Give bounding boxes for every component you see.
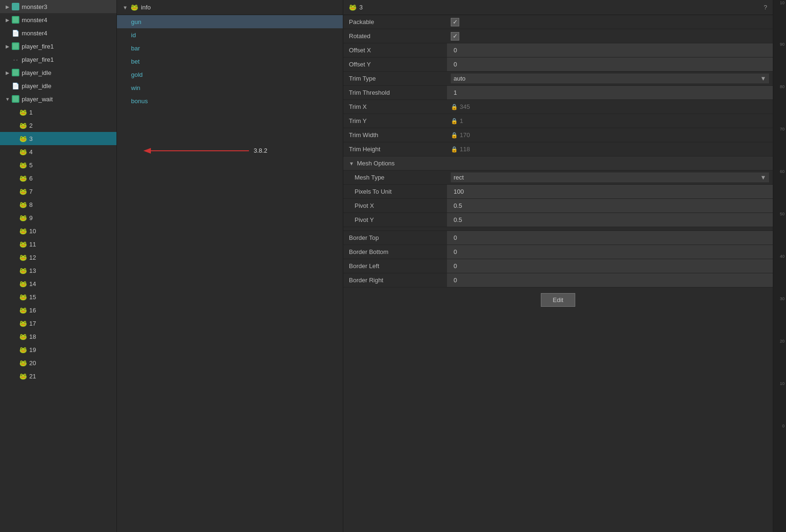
packable-row: Packable <box>343 15 773 29</box>
trim-threshold-input[interactable]: 1 <box>451 88 769 98</box>
ruler-mark-40: 40 <box>780 254 786 259</box>
middle-item-bonus[interactable]: bonus <box>117 94 343 107</box>
tree-item-n4[interactable]: 🐸4 <box>0 145 116 158</box>
tree-item-n21[interactable]: 🐸21 <box>0 369 116 383</box>
tree-arrow <box>11 293 19 301</box>
pivot-y-row: Pivot Y 0.5 <box>343 213 773 227</box>
trim-type-select[interactable]: auto ▼ <box>451 74 769 83</box>
tree-label: player_fire1 <box>22 43 54 50</box>
tree-item-n11[interactable]: 🐸11 <box>0 237 116 251</box>
trim-width-value: 🔒 170 <box>447 130 773 140</box>
rotated-checkbox[interactable] <box>451 32 459 41</box>
tree-arrow <box>11 372 19 380</box>
trim-height-lock: 🔒 <box>451 146 458 153</box>
tree-item-n14[interactable]: 🐸14 <box>0 277 116 290</box>
trim-threshold-value: 1 <box>447 86 773 99</box>
border-top-input[interactable]: 0 <box>451 233 769 243</box>
pivot-x-input[interactable]: 0.5 <box>451 201 769 211</box>
tree-item-monster4b[interactable]: 📄monster4 <box>0 26 116 40</box>
mesh-type-text: rect <box>454 174 464 181</box>
middle-item-win[interactable]: win <box>117 81 343 94</box>
tree-item-player_idle_b[interactable]: 📄player_idle <box>0 79 116 92</box>
middle-item-id[interactable]: id <box>117 28 343 41</box>
tree-item-n1[interactable]: 🐸1 <box>0 106 116 119</box>
tree-item-n2[interactable]: 🐸2 <box>0 119 116 132</box>
offset-y-input[interactable]: 0 <box>451 59 769 69</box>
border-bottom-input[interactable]: 0 <box>451 247 769 257</box>
tree-icon: 🐸 <box>19 372 27 380</box>
tree-label: player_idle <box>22 82 51 90</box>
annotation: 3.8.2 旋转没有问题 <box>126 132 268 170</box>
trim-y-value: 🔒 1 <box>447 115 773 126</box>
tree-arrow <box>11 359 19 367</box>
offset-x-input[interactable]: 0 <box>451 45 769 55</box>
tree-item-n5[interactable]: 🐸5 <box>0 158 116 172</box>
tree-item-n10[interactable]: 🐸10 <box>0 224 116 237</box>
trim-y-row: Trim Y 🔒 1 <box>343 114 773 128</box>
help-icon[interactable]: ? <box>764 4 767 11</box>
tree-icon: 🐸 <box>19 240 27 248</box>
packable-value <box>447 16 773 28</box>
tree-arrow <box>11 135 19 142</box>
tree-item-n20[interactable]: 🐸20 <box>0 356 116 369</box>
tree-icon: 🐸 <box>19 319 27 327</box>
mesh-type-value: rect ▼ <box>447 171 773 184</box>
packable-checkbox[interactable] <box>451 18 459 26</box>
tree-item-n18[interactable]: 🐸18 <box>0 330 116 343</box>
tree-item-n6[interactable]: 🐸6 <box>0 172 116 185</box>
rotated-row: Rotated <box>343 29 773 43</box>
tree-item-n17[interactable]: 🐸17 <box>0 317 116 330</box>
tree-label: player_wait <box>22 96 53 103</box>
tree-item-n9[interactable]: 🐸9 <box>0 211 116 224</box>
tree-item-monster4a[interactable]: ▶monster4 <box>0 13 116 26</box>
tree-item-n13[interactable]: 🐸13 <box>0 264 116 277</box>
middle-item-gun[interactable]: gun <box>117 15 343 28</box>
pixels-to-unit-input[interactable]: 100 <box>451 187 769 196</box>
tree-icon: 🐸 <box>19 161 27 169</box>
tree-item-player_idle_a[interactable]: ▶player_idle <box>0 66 116 79</box>
trim-threshold-label: Trim Threshold <box>343 86 447 99</box>
border-right-input[interactable]: 0 <box>451 275 769 285</box>
tree-icon: 🐸 <box>19 253 27 262</box>
tree-label: monster4 <box>22 30 47 37</box>
tree-item-n16[interactable]: 🐸16 <box>0 303 116 317</box>
trim-type-label: Trim Type <box>343 72 447 85</box>
tree-label: 1 <box>29 109 33 116</box>
edit-button[interactable]: Edit <box>541 293 575 307</box>
tree-item-player_fire1a[interactable]: ▶player_fire1 <box>0 40 116 53</box>
mesh-options-section[interactable]: ▼ Mesh Options <box>343 156 773 171</box>
tree-item-monster3[interactable]: ▶monster3 <box>0 0 116 13</box>
tree-arrow <box>11 267 19 274</box>
trim-x-row: Trim X 🔒 345 <box>343 100 773 114</box>
tree-icon: 🐸 <box>19 293 27 301</box>
tree-arrow <box>4 56 11 63</box>
trim-y-text: 1 <box>460 117 463 124</box>
border-left-input[interactable]: 0 <box>451 261 769 271</box>
tree-item-n12[interactable]: 🐸12 <box>0 251 116 264</box>
tree-item-n3[interactable]: 🐸3 <box>0 132 116 145</box>
tree-item-n8[interactable]: 🐸8 <box>0 198 116 211</box>
tree-item-n7[interactable]: 🐸7 <box>0 185 116 198</box>
tree-item-n19[interactable]: 🐸19 <box>0 343 116 356</box>
tree-item-n15[interactable]: 🐸15 <box>0 290 116 303</box>
tree-icon: 🐸 <box>19 279 27 288</box>
tree-label: monster4 <box>22 16 47 24</box>
tree-icon <box>11 16 20 24</box>
tree-arrow: ▼ <box>4 95 11 103</box>
middle-item-bar[interactable]: bar <box>117 41 343 55</box>
ruler-mark-10: 10 <box>780 1 786 5</box>
middle-item-gold[interactable]: gold <box>117 68 343 81</box>
rotated-value <box>447 30 773 42</box>
pivot-y-input[interactable]: 0.5 <box>451 215 769 225</box>
tree-label: 3 <box>29 135 33 142</box>
middle-item-bet[interactable]: bet <box>117 55 343 68</box>
tree-arrow <box>11 188 19 195</box>
right-header: 🐸 3 ? <box>343 0 773 15</box>
tree-arrow <box>4 29 11 37</box>
tree-item-player_wait[interactable]: ▼player_wait <box>0 92 116 106</box>
border-bottom-value: 0 <box>447 245 773 259</box>
mesh-type-select[interactable]: rect ▼ <box>451 172 769 182</box>
tree-item-player_fire1b[interactable]: - - player_fire1 <box>0 53 116 66</box>
tree-label: monster3 <box>22 3 47 10</box>
mesh-options-arrow: ▼ <box>349 161 354 166</box>
